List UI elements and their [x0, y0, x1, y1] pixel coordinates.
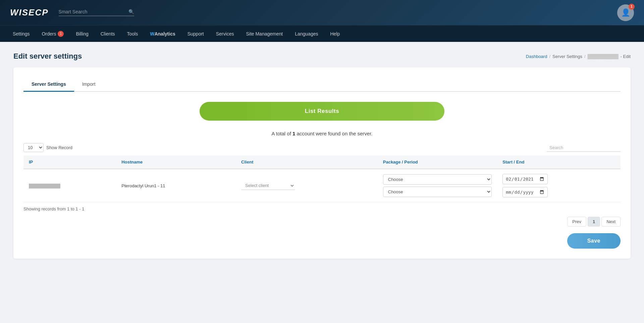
search-input[interactable]: [59, 9, 126, 14]
nav-billing[interactable]: Billing: [70, 25, 94, 42]
show-record-select[interactable]: 10 25 50 100: [23, 143, 44, 152]
start-date-input[interactable]: [502, 174, 548, 184]
nav-languages[interactable]: Languages: [289, 25, 324, 42]
table-toolbar: 10 25 50 100 Show Record: [23, 143, 621, 152]
nav-services[interactable]: Services: [210, 25, 240, 42]
table-search-input[interactable]: [547, 144, 621, 152]
save-row: Save: [23, 233, 621, 249]
breadcrumb-server-settings: Server Settings: [552, 54, 582, 59]
nav-settings[interactable]: Settings: [7, 25, 36, 42]
list-results-button[interactable]: List Results: [200, 102, 444, 121]
summary-text: A total of 1 account were found on the s…: [23, 131, 621, 136]
start-end-group: [502, 174, 615, 197]
notification-badge: 1: [629, 4, 635, 10]
main-content: Edit server settings Dashboard / Server …: [0, 42, 644, 269]
nav-wanalytics[interactable]: WAnalytics: [144, 25, 181, 42]
package-select[interactable]: Choose: [383, 174, 492, 185]
breadcrumb-blurred: ██████████: [588, 54, 619, 59]
nav-site-management[interactable]: Site Management: [240, 25, 289, 42]
end-date-row: [502, 187, 615, 197]
hostname-value: Pterodactyl Urun1 - 11: [121, 183, 165, 188]
search-bar: 🔍: [59, 9, 134, 16]
package-period-group: Choose Choose: [383, 174, 492, 197]
nav-tools[interactable]: Tools: [121, 25, 144, 42]
client-select[interactable]: Select client: [241, 181, 295, 190]
prev-button[interactable]: Prev: [567, 217, 586, 227]
search-icon[interactable]: 🔍: [128, 9, 134, 14]
cell-package-period: Choose Choose: [378, 169, 497, 202]
save-button[interactable]: Save: [567, 233, 621, 249]
data-table: IP Hostname Client Package / Period Star…: [23, 155, 621, 202]
tab-import[interactable]: Import: [74, 77, 104, 92]
settings-card: Server Settings Import List Results A to…: [13, 67, 631, 259]
avatar-wrap: 👤 1: [617, 4, 634, 21]
col-ip: IP: [23, 155, 116, 169]
cell-start-end: [497, 169, 621, 202]
breadcrumb-dashboard[interactable]: Dashboard: [526, 54, 547, 59]
col-client: Client: [236, 155, 378, 169]
nav-orders[interactable]: Orders 1: [36, 25, 70, 42]
table-row: ███████████ Pterodactyl Urun1 - 11 Selec…: [23, 169, 621, 202]
nav-support[interactable]: Support: [181, 25, 210, 42]
nav-clients[interactable]: Clients: [95, 25, 121, 42]
start-date-row: [502, 174, 615, 184]
end-date-input[interactable]: [502, 187, 548, 197]
page-number[interactable]: 1: [588, 217, 600, 227]
tab-server-settings[interactable]: Server Settings: [23, 77, 74, 92]
tabs: Server Settings Import: [23, 77, 621, 92]
logo: WISECP: [10, 7, 49, 18]
col-package-period: Package / Period: [378, 155, 497, 169]
ip-value: ███████████: [29, 184, 60, 188]
cell-ip: ███████████: [23, 169, 116, 202]
breadcrumb-row: Edit server settings Dashboard / Server …: [13, 52, 631, 61]
period-select[interactable]: Choose: [383, 187, 492, 197]
orders-badge: 1: [58, 31, 64, 37]
next-button[interactable]: Next: [601, 217, 621, 227]
nav-help[interactable]: Help: [324, 25, 346, 42]
navbar: Settings Orders 1 Billing Clients Tools …: [0, 25, 644, 42]
table-header-row: IP Hostname Client Package / Period Star…: [23, 155, 621, 169]
col-start-end: Start / End: [497, 155, 621, 169]
breadcrumb: Dashboard / Server Settings / ██████████…: [526, 54, 631, 59]
show-record-group: 10 25 50 100 Show Record: [23, 143, 72, 152]
page-title: Edit server settings: [13, 52, 82, 61]
cell-client: Select client: [236, 169, 378, 202]
showing-records: Showing records from 1 to 1 - 1: [23, 206, 621, 211]
pagination-row: Prev 1 Next: [23, 217, 621, 227]
col-hostname: Hostname: [116, 155, 236, 169]
cell-hostname: Pterodactyl Urun1 - 11: [116, 169, 236, 202]
topbar: WISECP 🔍 👤 1: [0, 0, 644, 25]
breadcrumb-edit: - Edit: [621, 54, 631, 59]
show-record-label: Show Record: [46, 145, 72, 150]
